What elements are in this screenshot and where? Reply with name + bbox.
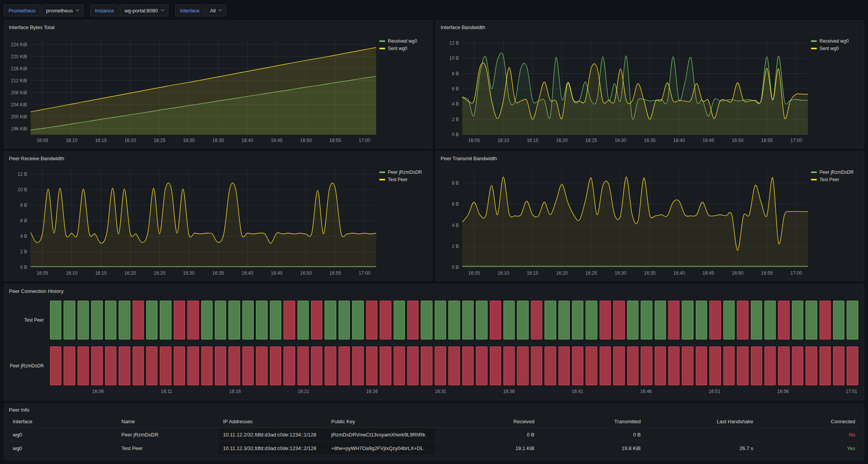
chart-canvas: 196 KiB200 KiB204 KiB208 KiB212 KiB216 K… — [7, 34, 379, 146]
legend-item[interactable]: Peer jRzmDsDR — [811, 170, 861, 175]
svg-text:16:05: 16:05 — [468, 270, 480, 276]
status-bar-up — [448, 301, 460, 339]
legend-item[interactable]: Sent wg0 — [811, 46, 861, 51]
legend-item[interactable]: Peer jRzmDsDR — [379, 170, 429, 175]
status-bar-down — [682, 346, 693, 385]
column-header-connected[interactable]: Connected — [758, 416, 860, 428]
svg-text:16:10: 16:10 — [66, 270, 78, 276]
chart-canvas: 0 B2 B4 B6 B8 B16:0516:1016:1516:2016:25… — [439, 165, 811, 279]
cell-name: Peer jRzmDsDR — [117, 428, 218, 441]
panel-peer-info: Peer Info InterfaceNameIP AddressesPubli… — [4, 403, 864, 460]
column-header-interface[interactable]: Interface — [8, 416, 117, 428]
status-bar-up — [339, 301, 350, 339]
legend-item[interactable]: Sent wg0 — [379, 46, 429, 51]
var-select-instance[interactable]: wg-portal:8080 — [120, 5, 168, 16]
var-label-prometheus[interactable]: Prometheus — [4, 5, 40, 16]
cell-last-handshake: 26.7 s — [645, 441, 758, 455]
chart-body: 196 KiB200 KiB204 KiB208 KiB212 KiB216 K… — [4, 34, 432, 148]
svg-text:10 B: 10 B — [449, 55, 459, 61]
var-select-interface[interactable]: All — [206, 5, 226, 16]
status-bar-up — [215, 301, 226, 339]
column-header-name[interactable]: Name — [117, 416, 218, 428]
svg-text:16:55: 16:55 — [329, 138, 341, 143]
status-history-body: Test PeerPeer jRzmDsDR 16:0616:1116:1616… — [4, 298, 864, 400]
status-bar-up — [545, 301, 556, 339]
legend-item[interactable]: Test Peer — [379, 177, 429, 182]
panel-row-peers: Peer Receive Bandwidth 0 B2 B4 B6 B8 B10… — [4, 151, 864, 281]
legend-series-color — [811, 40, 817, 42]
status-bar-up — [751, 301, 762, 339]
panel-interface-bytes-total: Interface Bytes Total 196 KiB200 KiB204 … — [4, 20, 432, 148]
status-bar-up — [586, 301, 597, 339]
svg-text:16:35: 16:35 — [212, 270, 224, 276]
var-value-text: prometheus — [46, 8, 73, 14]
status-bar-down — [421, 346, 432, 385]
svg-text:8 B: 8 B — [452, 71, 459, 76]
svg-text:16:45: 16:45 — [702, 138, 714, 143]
panel-peer-connection-history: Peer Connection History Test PeerPeer jR… — [4, 284, 864, 400]
chart-legend: Peer jRzmDsDRTest Peer — [379, 165, 429, 279]
status-bar-down — [517, 346, 528, 385]
var-select-prometheus[interactable]: prometheus — [41, 5, 83, 16]
status-bar-down — [751, 346, 762, 385]
column-header-transmitted[interactable]: Transmitted — [539, 416, 645, 428]
legend-item[interactable]: Received wg0 — [379, 38, 429, 44]
legend-item[interactable]: Test Peer — [811, 177, 861, 182]
svg-text:196 KiB: 196 KiB — [11, 126, 27, 132]
svg-text:16:05: 16:05 — [468, 138, 480, 143]
svg-text:16:25: 16:25 — [154, 138, 165, 143]
legend-series-label: Test Peer — [388, 177, 408, 182]
status-x-tick: 16:21 — [298, 389, 310, 394]
panel-title[interactable]: Peer Connection History — [9, 288, 64, 294]
svg-text:16:40: 16:40 — [242, 138, 253, 143]
var-value-text: All — [210, 8, 216, 14]
status-x-tick: 16:06 — [92, 389, 104, 394]
status-x-axis: 16:0616:1116:1616:2116:2616:3116:3616:41… — [50, 388, 858, 395]
status-x-tick: 16:46 — [640, 389, 652, 394]
legend-series-color — [379, 40, 385, 42]
status-bar-down — [146, 346, 157, 385]
status-bar-down — [600, 301, 611, 339]
column-header-ip-addresses[interactable]: IP Addresses — [218, 416, 327, 428]
status-bar-down — [586, 346, 597, 385]
chart-body: 0 B2 B4 B6 B8 B16:0516:1016:1516:2016:25… — [436, 165, 864, 280]
panel-header: Interface Bandwidth — [436, 21, 864, 34]
var-label-interface[interactable]: Interface — [175, 5, 204, 16]
var-label-instance[interactable]: Instance — [90, 5, 119, 16]
svg-text:220 KiB: 220 KiB — [11, 54, 27, 59]
status-bar-down — [737, 301, 748, 339]
legend-series-color — [811, 48, 817, 49]
svg-text:16:55: 16:55 — [761, 270, 773, 276]
dashboard: Prometheus prometheus Instance wg-portal… — [0, 0, 868, 464]
cell-interface: wg0 — [8, 441, 117, 455]
panel-title[interactable]: Interface Bytes Total — [9, 24, 55, 30]
column-header-received[interactable]: Received — [435, 416, 539, 428]
legend-series-label: Received wg0 — [388, 38, 417, 44]
status-bar-down — [50, 346, 61, 385]
status-bar-down — [435, 346, 446, 385]
svg-text:16:05: 16:05 — [36, 270, 48, 276]
status-bar-down — [394, 346, 405, 385]
svg-text:2 B: 2 B — [20, 249, 27, 255]
svg-text:16:35: 16:35 — [212, 138, 224, 143]
status-bar-up — [476, 301, 487, 339]
column-header-last-handshake[interactable]: Last Handshake — [645, 416, 758, 428]
svg-text:16:10: 16:10 — [498, 270, 509, 276]
peer-info-row: wg0Test Peer10.11.12.3/32,fdfd:d3ad:c0de… — [8, 441, 860, 455]
panel-title[interactable]: Peer Transmit Bandwidth — [441, 156, 497, 161]
svg-text:16:50: 16:50 — [300, 270, 312, 276]
column-header-public-key[interactable]: Public Key — [327, 416, 435, 428]
panel-title[interactable]: Interface Bandwidth — [441, 24, 485, 30]
status-history-row: Test Peer — [4, 301, 858, 339]
panel-title[interactable]: Peer Info — [9, 407, 29, 413]
panel-title[interactable]: Peer Receive Bandwidth — [9, 156, 64, 161]
variable-prometheus: Prometheus prometheus — [4, 5, 83, 16]
svg-text:208 KiB: 208 KiB — [11, 90, 27, 95]
legend-item[interactable]: Received wg0 — [811, 38, 861, 44]
status-bar-down — [160, 346, 171, 385]
svg-text:16:45: 16:45 — [702, 270, 714, 276]
status-bar-down — [572, 346, 583, 385]
status-bar-down — [380, 301, 391, 339]
status-bar-up — [160, 301, 171, 339]
status-bar-down — [407, 301, 418, 339]
